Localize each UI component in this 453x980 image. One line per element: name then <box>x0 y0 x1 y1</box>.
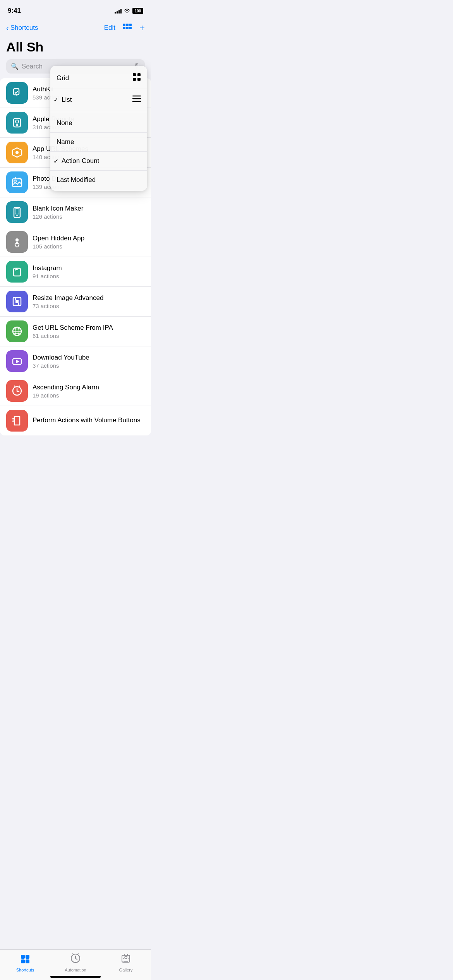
list-item[interactable]: Resize Image Advanced 73 actions <box>0 287 151 317</box>
shortcut-count: 105 actions <box>33 243 145 250</box>
shortcut-icon-open-hidden-app <box>6 231 28 253</box>
nav-back-button[interactable]: ‹ Shortcuts <box>6 24 38 32</box>
dropdown-item-action-count[interactable]: ✓ Action Count <box>50 152 147 171</box>
shortcut-count: 61 actions <box>33 332 145 339</box>
shortcut-info: Get URL Scheme From IPA 61 actions <box>33 324 145 339</box>
page-title: All Sh <box>0 36 151 59</box>
shortcut-icon-blank-icon-maker <box>6 201 28 223</box>
check-icon: ✓ <box>53 96 58 103</box>
svg-rect-21 <box>15 300 19 303</box>
shortcut-count: 37 actions <box>33 362 145 369</box>
svg-rect-4 <box>126 27 129 29</box>
svg-marker-28 <box>16 360 19 363</box>
shortcut-info: Download YouTube 37 actions <box>33 354 145 369</box>
status-bar: 9:41 100 <box>0 0 151 19</box>
battery-icon: 100 <box>132 8 143 14</box>
check-icon: ✓ <box>53 158 58 165</box>
shortcut-icon-get-url-scheme <box>6 320 28 342</box>
svg-line-30 <box>14 386 15 387</box>
list-item[interactable]: Get URL Scheme From IPA 61 actions <box>0 317 151 346</box>
dropdown-label-list: List <box>62 96 132 104</box>
shortcut-info: Open Hidden App 105 actions <box>33 235 145 250</box>
dropdown-label-name: Name <box>57 138 141 146</box>
list-icon <box>132 94 141 105</box>
shortcut-icon-perform-actions <box>6 410 28 432</box>
svg-rect-37 <box>137 78 141 81</box>
svg-rect-1 <box>126 24 129 26</box>
add-shortcut-button[interactable]: + <box>139 22 145 33</box>
shortcut-name: Perform Actions with Volume Buttons <box>33 416 145 424</box>
dropdown-item-list[interactable]: ✓ List <box>50 89 147 110</box>
dropdown-item-grid[interactable]: Grid <box>50 67 147 89</box>
dropdown-label-action-count: Action Count <box>62 157 141 165</box>
signal-icon <box>115 9 122 14</box>
dropdown-label-grid: Grid <box>57 74 132 82</box>
shortcut-count: 73 actions <box>33 303 145 309</box>
dropdown-sort-section: None Name ✓ Action Count Last Modified <box>50 112 147 191</box>
back-chevron-icon: ‹ <box>6 24 9 32</box>
dropdown-view-section: Grid ✓ List <box>50 66 147 112</box>
grid-icon <box>132 73 141 83</box>
shortcut-icon-authkit <box>6 82 28 104</box>
dropdown-menu: Grid ✓ List <box>50 66 147 191</box>
shortcut-info: Resize Image Advanced 73 actions <box>33 294 145 309</box>
svg-point-11 <box>15 151 19 154</box>
svg-rect-0 <box>123 24 125 26</box>
shortcut-info: Blank Icon Maker 126 actions <box>33 205 145 220</box>
svg-point-13 <box>14 180 16 182</box>
edit-button[interactable]: Edit <box>104 24 115 32</box>
svg-rect-34 <box>133 73 136 76</box>
shortcut-icon-resize-image <box>6 291 28 312</box>
dropdown-label-none: None <box>57 119 141 127</box>
list-item[interactable]: Download YouTube 37 actions <box>0 346 151 376</box>
svg-rect-5 <box>129 27 132 29</box>
shortcut-icon-instagram <box>6 261 28 283</box>
shortcut-name: Instagram <box>33 264 145 272</box>
shortcut-icon-apple-remote <box>6 112 28 134</box>
list-item[interactable]: Instagram 91 actions <box>0 257 151 287</box>
svg-rect-7 <box>16 94 17 96</box>
dropdown-label-last-modified: Last Modified <box>57 176 141 184</box>
shortcut-count: 91 actions <box>33 273 145 279</box>
svg-point-14 <box>15 177 16 179</box>
shortcut-info: Instagram 91 actions <box>33 264 145 279</box>
shortcut-name: Resize Image Advanced <box>33 294 145 302</box>
status-time: 9:41 <box>8 7 21 15</box>
svg-rect-10 <box>16 124 18 126</box>
svg-line-31 <box>19 386 20 387</box>
nav-back-label: Shortcuts <box>10 24 38 32</box>
list-item[interactable]: Perform Actions with Volume Buttons <box>0 406 151 435</box>
shortcut-icon-app-url-schemes <box>6 142 28 163</box>
shortcut-count: 126 actions <box>33 213 145 220</box>
svg-rect-16 <box>15 209 19 214</box>
list-item[interactable]: Blank Icon Maker 126 actions <box>0 197 151 227</box>
list-item[interactable]: Ascending Song Alarm 19 actions <box>0 376 151 406</box>
list-item[interactable]: Open Hidden App 105 actions <box>0 227 151 257</box>
shortcut-name: Ascending Song Alarm <box>33 384 145 391</box>
list-view-icon[interactable] <box>123 24 132 33</box>
dropdown-item-last-modified[interactable]: Last Modified <box>50 171 147 189</box>
nav-right-actions: Edit + <box>104 22 145 33</box>
svg-point-9 <box>15 120 19 123</box>
svg-point-18 <box>15 238 19 242</box>
shortcut-icon-photo-details <box>6 171 28 193</box>
shortcut-icon-download-youtube <box>6 350 28 372</box>
status-icons: 100 <box>115 8 143 14</box>
shortcut-info: Perform Actions with Volume Buttons <box>33 416 145 425</box>
shortcut-name: Get URL Scheme From IPA <box>33 324 145 332</box>
dropdown-item-name[interactable]: Name <box>50 133 147 152</box>
wifi-icon <box>124 9 130 13</box>
svg-rect-36 <box>133 78 136 81</box>
shortcut-name: Open Hidden App <box>33 235 145 242</box>
svg-rect-17 <box>16 215 18 216</box>
dropdown-item-none[interactable]: None <box>50 114 147 133</box>
shortcut-name: Download YouTube <box>33 354 145 362</box>
nav-bar: ‹ Shortcuts Edit + <box>0 19 151 36</box>
shortcut-count: 19 actions <box>33 392 145 399</box>
svg-rect-6 <box>14 89 19 95</box>
shortcut-icon-ascending-song <box>6 380 28 402</box>
svg-rect-2 <box>129 24 132 26</box>
svg-rect-3 <box>123 27 125 29</box>
shortcut-info: Ascending Song Alarm 19 actions <box>33 384 145 399</box>
shortcut-name: Blank Icon Maker <box>33 205 145 212</box>
